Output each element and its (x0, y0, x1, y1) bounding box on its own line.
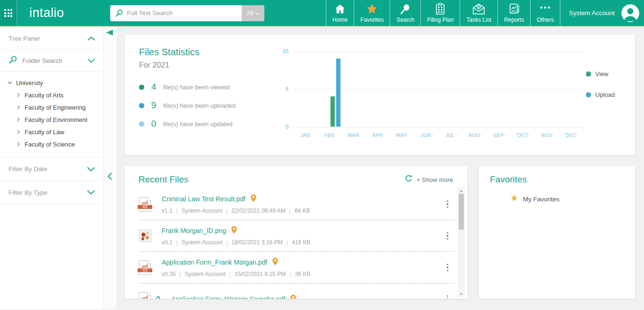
nav-label: Favorites (360, 17, 383, 23)
stat-dot (139, 103, 144, 108)
tree-node-faculty-of-environment[interactable]: Faculty of Environment (0, 113, 104, 126)
nav-item-favorites[interactable]: Favorites (354, 0, 390, 26)
scroll-down-icon[interactable]: ▼ (458, 291, 465, 297)
avatar[interactable] (621, 4, 639, 22)
x-tick (511, 127, 511, 130)
refresh-icon[interactable] (404, 174, 413, 185)
file-meta: v0.35|System Account|15/02/2021 6:25 PM|… (162, 271, 444, 278)
x-tick-label: APR (366, 132, 390, 138)
search-scope-dropdown[interactable]: All (242, 5, 264, 21)
legend-label: Upload (595, 91, 615, 98)
app-grid-button[interactable] (0, 0, 17, 26)
scroll-up-icon[interactable]: ▲ (458, 187, 465, 194)
file-menu-button[interactable] (444, 261, 452, 275)
file-row[interactable]: pdfApplication Form_Frank Morgan.pdfv0.3… (139, 252, 455, 284)
tree-panel-header[interactable]: Tree Panel (0, 27, 104, 50)
file-link[interactable]: Criminal Law Test Result.pdf (162, 195, 245, 203)
stat-value: 0 (151, 119, 157, 129)
reports-icon (509, 3, 520, 16)
nav-item-home[interactable]: Home (326, 0, 354, 26)
file-row[interactable]: Frank Morgan_ID.pngv0.1|System Account|1… (139, 220, 455, 252)
file-menu-button[interactable] (444, 293, 452, 299)
search-icon (115, 9, 123, 17)
recent-files-card: Recent Files + Show more pdfCriminal Law… (125, 166, 467, 299)
x-tick (293, 127, 294, 130)
nav-label: Search (396, 17, 414, 23)
chevron-left-icon[interactable] (107, 172, 112, 182)
nav-item-filing-plan[interactable]: Filing Plan (420, 0, 460, 26)
location-pin-icon (290, 294, 296, 299)
legend-item-upload: Upload (586, 91, 635, 98)
nav-item-tasks-list[interactable]: @Tasks List (460, 0, 497, 26)
legend-dot (586, 71, 591, 77)
bar-view-feb (331, 96, 335, 127)
pin-icon[interactable] (106, 29, 114, 38)
file-row[interactable]: pdfCriminal Law Test Result.pdfv1.1|Syst… (139, 189, 455, 220)
nav-item-others[interactable]: Others (530, 0, 560, 26)
filter-by-type[interactable]: Filter By Type (0, 181, 104, 204)
filter-by-date-label: Filter By Date (9, 165, 47, 172)
file-menu-button[interactable] (444, 229, 452, 243)
tree-node-faculty-of-science[interactable]: Faculty of Science (0, 138, 104, 150)
folder-search-icon (9, 55, 17, 66)
chevron-right-icon (16, 117, 21, 122)
chevron-right-icon (16, 105, 21, 110)
file-link[interactable]: Application Form_Wassim Samaha.pdf (171, 295, 285, 299)
file-row[interactable]: pdfApplication Form_Wassim Samaha.pdf (139, 284, 455, 299)
tree-node-faculty-of-engineering[interactable]: Faculty of Engineering (0, 101, 104, 113)
location-pin-icon (250, 194, 257, 204)
location-pin-icon (272, 258, 278, 267)
tree-node-label: Faculty of Engineering (25, 104, 86, 111)
nav-item-search[interactable]: Search (390, 0, 420, 26)
full-text-search-input[interactable] (127, 9, 242, 17)
chart-x-axis: JANFEBMARAPRMAYJUNJULAUGSEPOCTNOVDEC (293, 132, 583, 138)
chart-legend: ViewUpload (586, 34, 635, 155)
x-tick-label: NOV (535, 132, 559, 138)
x-tick (390, 127, 390, 130)
nav-label: Others (537, 17, 554, 23)
file-menu-button[interactable] (444, 198, 452, 211)
stat-item: 0file(s) have been updated (139, 119, 276, 129)
favorites-item[interactable]: My Favorites (490, 194, 624, 204)
favorites-title: Favorites (490, 174, 624, 185)
tree-node-faculty-of-law[interactable]: Faculty of Law (0, 126, 104, 138)
sidebar-collapse-strip (104, 27, 117, 309)
x-tick (414, 127, 414, 130)
y-tick-label: 5 (286, 86, 288, 92)
file-list: pdfCriminal Law Test Result.pdfv1.1|Syst… (125, 189, 467, 299)
tree-node-university[interactable]: University (0, 77, 104, 89)
folder-search[interactable]: Folder Search (0, 50, 104, 72)
account-area[interactable]: System Account (560, 0, 644, 26)
bar-upload-feb (336, 59, 340, 127)
favorites-card: Favorites My Favorites (479, 166, 635, 299)
location-pin-icon (231, 226, 237, 236)
nav-label: Filing Plan (427, 17, 453, 23)
stat-dot (139, 121, 144, 127)
filter-by-type-label: Filter By Type (9, 189, 47, 196)
x-tick (462, 127, 463, 130)
chevron-right-icon (16, 93, 21, 97)
chevron-down-icon (8, 81, 12, 84)
filter-by-date[interactable]: Filter By Date (0, 157, 104, 181)
x-tick-label: JAN (293, 132, 317, 138)
tasks-list-icon: @ (472, 3, 485, 16)
x-tick (535, 127, 535, 130)
file-list-scrollbar[interactable]: ▲ ▼ (458, 187, 465, 297)
folder-search-label: Folder Search (22, 57, 62, 64)
pdf-file-icon: pdf (139, 292, 155, 299)
chevron-up-icon (87, 36, 95, 41)
tree-node-label: Faculty of Law (25, 129, 64, 136)
tree-node-label: Faculty of Arts (25, 92, 63, 99)
show-more-button[interactable]: + Show more (417, 176, 453, 183)
search-scope-value: All (247, 9, 253, 17)
nav-label: Home (332, 17, 348, 23)
filing-plan-icon (435, 3, 446, 16)
chevron-down-icon (255, 9, 260, 17)
x-tick-label: FEB (317, 132, 341, 138)
tree-node-faculty-of-arts[interactable]: Faculty of Arts (0, 89, 104, 101)
file-link[interactable]: Frank Morgan_ID.png (162, 227, 226, 234)
home-icon (334, 3, 346, 16)
scrollbar-thumb[interactable] (459, 194, 464, 230)
file-link[interactable]: Application Form_Frank Morgan.pdf (162, 258, 267, 266)
nav-item-reports[interactable]: Reports (497, 0, 530, 26)
